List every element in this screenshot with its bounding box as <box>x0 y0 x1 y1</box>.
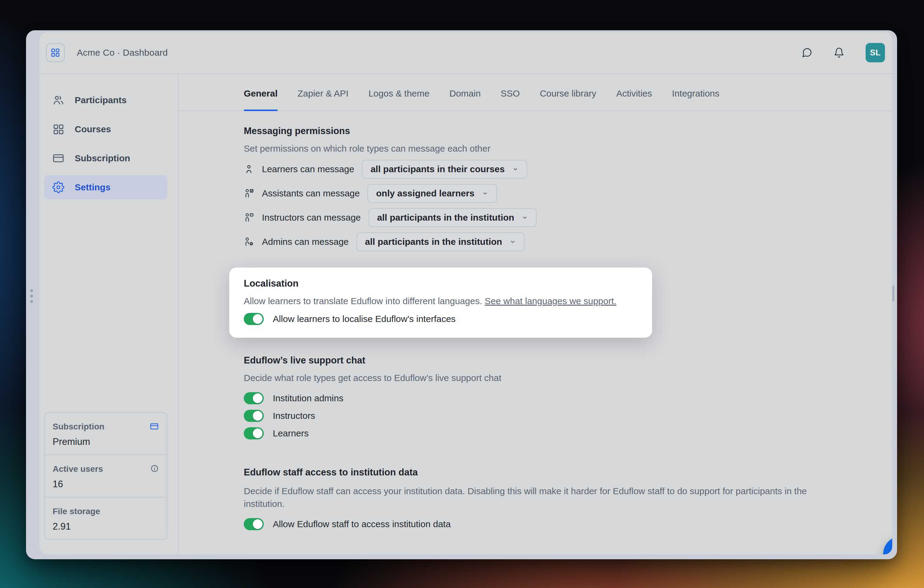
stat-value: Premium <box>53 436 159 447</box>
sidebar-item-participants[interactable]: Participants <box>44 88 167 112</box>
perm-label: Assistants can message <box>262 188 360 198</box>
sidebar-item-settings[interactable]: Settings <box>44 175 167 200</box>
tab-course-library[interactable]: Course library <box>540 88 596 99</box>
tab-activities[interactable]: Activities <box>616 88 652 99</box>
tab-general[interactable]: General <box>244 88 278 99</box>
app-grid-button[interactable] <box>46 43 65 62</box>
assistants-message-dropdown[interactable]: only assigned learners <box>368 184 497 203</box>
chevron-down-icon <box>482 190 488 197</box>
support-chat-admins-row: Institution admins <box>244 392 892 404</box>
bell-icon[interactable] <box>833 47 845 58</box>
tab-integrations[interactable]: Integrations <box>672 88 719 99</box>
sidebar-item-label: Settings <box>75 182 111 192</box>
info-icon[interactable] <box>150 464 159 473</box>
settings-tab-bar: General Zapier & API Logos & theme Domai… <box>178 74 892 111</box>
localisation-toggle-row: Allow learners to localise Eduflow's int… <box>244 313 638 325</box>
perm-row-admins: Admins can message all participants in t… <box>244 233 892 251</box>
section-messaging-permissions: Messaging permissions Set permissions on… <box>244 126 892 251</box>
chevron-down-icon <box>512 166 519 172</box>
support-chat-instructors-row: Instructors <box>244 410 892 422</box>
gear-icon <box>52 181 64 193</box>
stat-file-storage: File storage 2.91 <box>45 497 167 539</box>
learners-toggle[interactable] <box>244 427 264 439</box>
instructors-toggle[interactable] <box>244 410 264 422</box>
stat-label: File storage <box>53 507 100 516</box>
chevron-down-icon <box>521 214 528 221</box>
participants-icon <box>52 94 64 106</box>
section-staff-access: Eduflow staff access to institution data… <box>244 467 892 530</box>
credit-card-icon <box>52 152 64 164</box>
section-description: Set permissions on which role types can … <box>244 144 892 154</box>
admins-message-dropdown[interactable]: all participants in the institution <box>356 233 525 251</box>
learners-message-dropdown[interactable]: all participants in their courses <box>362 160 527 178</box>
app-window: Acme Co · Dashboard SL <box>26 30 897 559</box>
perm-label: Learners can message <box>262 164 354 174</box>
stat-value: 16 <box>53 479 159 490</box>
support-chat-learners-row: Learners <box>244 427 892 439</box>
subscription-stats-box: Subscription Premium Active users <box>44 412 167 540</box>
stat-active-users: Active users 16 <box>45 454 167 497</box>
sidebar-item-label: Subscription <box>75 153 130 164</box>
desktop-wallpaper: { "header": { "title": "Acme Co · Dashbo… <box>0 0 924 588</box>
section-live-support-chat: Eduflow’s live support chat Decide what … <box>244 355 892 439</box>
page-title: Acme Co · Dashboard <box>77 48 168 58</box>
section-title: Localisation <box>244 278 638 289</box>
tab-zapier-api[interactable]: Zapier & API <box>298 88 348 99</box>
chat-icon[interactable] <box>802 47 812 58</box>
scrollbar-thumb[interactable] <box>892 286 894 301</box>
perm-label: Instructors can message <box>262 213 361 223</box>
app-surface: Acme Co · Dashboard SL <box>39 32 892 554</box>
localisation-toggle[interactable] <box>244 313 264 325</box>
avatar[interactable]: SL <box>866 43 885 62</box>
main-panel: General Zapier & API Logos & theme Domai… <box>178 74 892 554</box>
section-title: Eduflow staff access to institution data <box>244 467 892 477</box>
tab-domain[interactable]: Domain <box>449 88 480 99</box>
chevron-down-icon <box>509 238 516 245</box>
grid-icon <box>52 123 64 135</box>
section-title: Eduflow’s live support chat <box>244 355 892 365</box>
admin-icon <box>244 237 254 247</box>
stat-label: Subscription <box>53 422 104 431</box>
sidebar-item-label: Courses <box>75 124 111 134</box>
credit-card-icon <box>150 422 159 431</box>
grid-icon <box>51 48 60 58</box>
sidebar-item-label: Participants <box>75 95 127 105</box>
perm-row-learners: Learners can message all participants in… <box>244 160 892 178</box>
section-description: Decide if Eduflow staff can access your … <box>244 485 837 510</box>
languages-support-link[interactable]: See what languages we support. <box>485 296 616 306</box>
sidebar-item-subscription[interactable]: Subscription <box>44 146 167 170</box>
stat-subscription: Subscription Premium <box>45 413 167 454</box>
institution-admins-toggle[interactable] <box>244 392 264 404</box>
section-description: Decide what role types get access to Edu… <box>244 373 892 383</box>
section-title: Messaging permissions <box>244 126 892 136</box>
instructors-message-dropdown[interactable]: all participants in the institution <box>369 208 536 227</box>
window-drag-handle[interactable] <box>30 289 33 303</box>
perm-row-instructors: Instructors can message all participants… <box>244 208 892 227</box>
perm-row-assistants: Assistants can message only assigned lea… <box>244 184 892 203</box>
learner-icon <box>244 164 254 174</box>
stat-label: Active users <box>53 464 103 474</box>
assistant-icon <box>244 188 254 198</box>
sidebar: Participants Courses <box>39 74 178 554</box>
tab-logos-theme[interactable]: Logos & theme <box>368 88 429 99</box>
section-description: Allow learners to translate Eduflow into… <box>244 296 638 306</box>
top-bar: Acme Co · Dashboard SL <box>39 32 892 74</box>
staff-access-toggle[interactable] <box>244 518 264 530</box>
tab-sso[interactable]: SSO <box>500 88 520 99</box>
instructor-icon <box>244 213 254 223</box>
perm-label: Admins can message <box>262 237 349 247</box>
sidebar-item-courses[interactable]: Courses <box>44 117 167 141</box>
stat-value: 2.91 <box>53 521 159 532</box>
staff-access-toggle-row: Allow Eduflow staff to access institutio… <box>244 518 892 530</box>
localisation-card: Localisation Allow learners to translate… <box>229 268 652 338</box>
